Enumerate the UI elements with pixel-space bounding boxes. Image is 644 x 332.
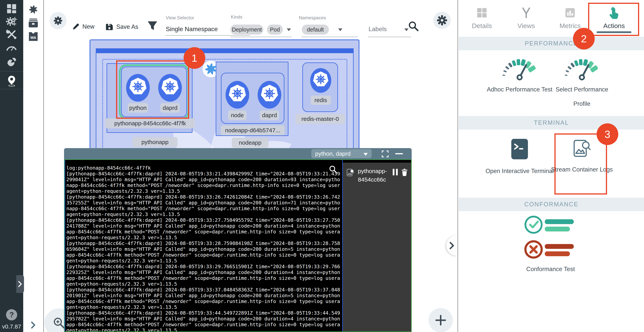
tab-metrics[interactable]: Metrics xyxy=(549,0,592,36)
container-node-daprd[interactable] xyxy=(257,80,282,109)
log-search-icon[interactable] xyxy=(328,165,338,175)
app-switch-strip: WA xyxy=(23,0,44,332)
kanvas-pin-icon[interactable] xyxy=(0,75,23,87)
kind-chip-deployment[interactable]: Deployment xyxy=(230,24,263,35)
namespaces-label: Namespaces xyxy=(299,15,326,20)
details-grid-icon xyxy=(460,6,503,19)
pod-name-label: redis-master-0 xyxy=(296,114,345,124)
pencil-icon xyxy=(72,23,80,30)
delete-stream-icon[interactable] xyxy=(401,168,408,176)
help-icon[interactable]: ? xyxy=(0,309,23,321)
panel-collapse-tab[interactable] xyxy=(446,236,458,256)
save-as-button-label: Save As xyxy=(116,23,138,30)
filter-funnel-icon[interactable] xyxy=(147,20,158,32)
tab-details[interactable]: Details xyxy=(460,0,503,36)
stream-logs-icon xyxy=(346,167,354,178)
container-node-python[interactable] xyxy=(125,73,150,102)
selector-caret-icon xyxy=(364,150,368,157)
kinds-underline xyxy=(230,37,292,37)
deployment-name-label: nodeapp xyxy=(232,138,268,148)
sidebar-divider xyxy=(0,71,23,71)
adhoc-performance-test-action[interactable]: Adhoc Performance Test xyxy=(485,56,554,97)
minimize-icon[interactable] xyxy=(395,153,403,154)
cluster-titlebar xyxy=(96,49,353,53)
meshery-logo-icon[interactable] xyxy=(23,3,43,15)
namespaces-underline xyxy=(302,37,358,37)
stream-logs-icon xyxy=(572,138,592,158)
select-performance-profile-action[interactable]: Select Performance Profile xyxy=(547,56,617,111)
designs-drawer-icon[interactable] xyxy=(23,17,43,29)
sidebar-expand-tab[interactable] xyxy=(16,275,24,293)
patterns-mesh-icon[interactable] xyxy=(0,56,23,68)
log-terminal-window: python, daprd log:pythonapp-8454cc66c-4f… xyxy=(64,148,412,332)
tab-views[interactable]: Views xyxy=(505,0,548,36)
pod-name-label: pythonapp-8454cc66c-4f7fk xyxy=(105,118,195,128)
configuration-tools-icon[interactable] xyxy=(0,28,23,41)
container-node-redis[interactable] xyxy=(310,67,332,93)
action-label: Stream Container Logs xyxy=(547,162,617,177)
add-node-fab[interactable] xyxy=(428,308,453,332)
kinds-caret-icon[interactable] xyxy=(287,28,291,31)
svg-text:WA: WA xyxy=(30,35,36,40)
deployment-nodeapp[interactable]: node daprd nodeapp-d64b5747... xyxy=(216,62,288,136)
deployment-name-label: pythonapp xyxy=(132,137,178,147)
labels-dropdown[interactable]: Labels xyxy=(368,25,387,33)
apply-pattern-button[interactable] xyxy=(50,12,66,29)
meshery-app: ? v0.7.87 WA xyxy=(0,0,644,332)
stream-container-logs-action[interactable]: Stream Container Logs xyxy=(547,138,617,177)
save-as-button[interactable]: Save As xyxy=(106,23,138,31)
pod-nodeapp[interactable]: node daprd xyxy=(221,73,284,124)
strip-expand-chevron-icon[interactable] xyxy=(23,319,43,331)
performance-gauge-icon[interactable] xyxy=(0,41,23,53)
deployment-pythonapp[interactable]: python daprd pythonapp-8454cc66c-4f7fk xyxy=(106,63,192,133)
search-icon[interactable] xyxy=(408,20,420,33)
fullscreen-icon[interactable] xyxy=(382,150,389,158)
lifecycle-gears-icon[interactable] xyxy=(0,15,23,28)
container-label: redis xyxy=(311,95,331,105)
view-selector-value: Single Namespace xyxy=(166,25,218,32)
tab-label: Details xyxy=(460,22,503,29)
dashboard-icon[interactable] xyxy=(0,2,23,15)
tab-actions[interactable]: Actions xyxy=(593,0,635,36)
container-node-node[interactable] xyxy=(225,80,250,109)
new-button-label: New xyxy=(82,23,94,30)
open-interactive-terminal-action[interactable]: Open Interactive Terminal xyxy=(485,138,554,178)
pod-redis[interactable]: redis xyxy=(302,62,338,112)
pause-stream-icon[interactable] xyxy=(392,168,398,176)
conformance-checklist-icon xyxy=(522,214,580,262)
action-label: Select Performance Profile xyxy=(547,82,617,111)
container-node-daprd[interactable] xyxy=(158,73,182,102)
view-selector-underline xyxy=(166,35,250,35)
new-button[interactable]: New xyxy=(72,23,94,30)
conformance-test-action[interactable]: Conformance Test xyxy=(518,214,584,273)
terminal-titlebar[interactable]: python, daprd xyxy=(64,148,412,159)
pod-pythonapp-selected[interactable]: python daprd xyxy=(121,66,187,117)
tab-label: Actions xyxy=(593,22,635,29)
wasm-filters-icon[interactable]: WA xyxy=(23,30,43,42)
kind-chip-pod[interactable]: Pod xyxy=(267,24,283,35)
gear-icon xyxy=(437,15,447,25)
view-selector-dropdown[interactable]: Single Namespace xyxy=(166,25,218,33)
gauge-icon xyxy=(562,56,602,82)
stream-item-label: pythonapp-8454cc66c xyxy=(358,167,388,184)
action-label: Adhoc Performance Test xyxy=(485,82,554,97)
views-icon xyxy=(505,6,548,19)
pod-name-label: nodeapp-d64b5747... xyxy=(221,125,284,135)
log-output-pane[interactable]: log:pythonapp-8454cc66c-4f7fk [pythonapp… xyxy=(64,160,343,332)
labels-underline xyxy=(368,37,411,37)
settings-gear-button[interactable] xyxy=(433,11,451,29)
action-label: Conformance Test xyxy=(518,265,584,273)
gauge-icon xyxy=(499,56,540,82)
terminal-body: log:pythonapp-8454cc66c-4f7fk [pythonapp… xyxy=(64,159,412,332)
namespaces-caret-icon[interactable] xyxy=(338,28,342,31)
metrics-bar-chart-icon xyxy=(549,6,592,19)
stream-list-pane: pythonapp-8454cc66c xyxy=(343,160,411,332)
namespace-chip-default[interactable]: default xyxy=(302,24,329,35)
stream-item[interactable]: pythonapp-8454cc66c xyxy=(346,167,408,184)
active-tab-underline xyxy=(596,31,632,33)
details-panel: Details Views Metrics Actions xyxy=(458,0,644,332)
section-header-conformance: CONFORMANCE xyxy=(459,198,644,211)
container-label: daprd xyxy=(160,103,180,113)
section-header-terminal: TERMINAL xyxy=(459,116,644,130)
container-selector-dropdown[interactable]: python, daprd xyxy=(311,149,372,158)
